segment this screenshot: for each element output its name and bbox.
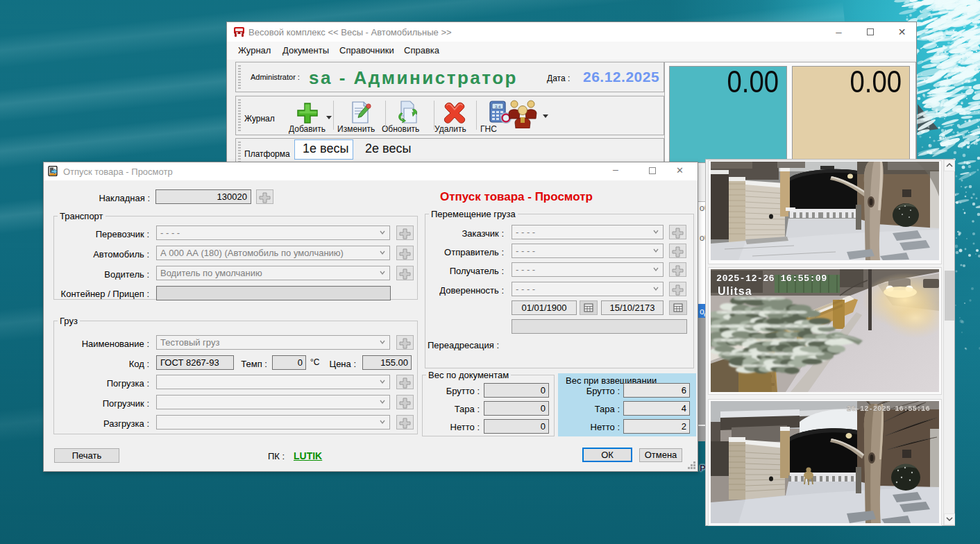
svg-text:Ulitsa: Ulitsa — [718, 285, 752, 297]
svg-text:26-12-2025 16:55:16: 26-12-2025 16:55:16 — [847, 405, 930, 413]
svg-text:3.4: 3.4 — [495, 105, 501, 109]
svg-text:2025-12-26 16:55:09: 2025-12-26 16:55:09 — [716, 273, 827, 284]
